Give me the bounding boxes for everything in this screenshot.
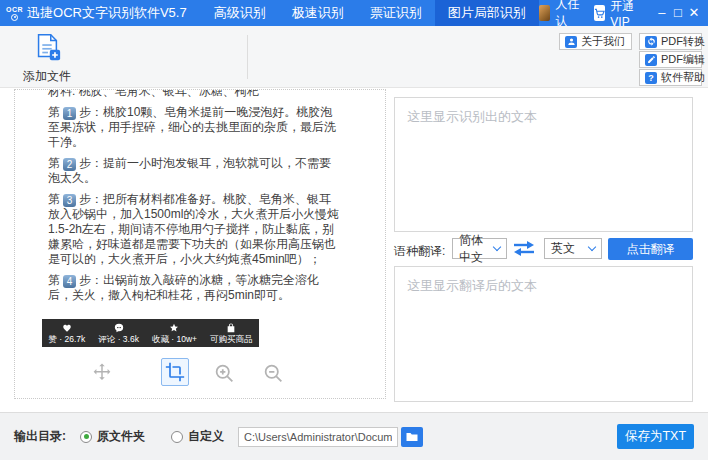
about-us-label: 关于我们 <box>581 34 625 49</box>
star-icon <box>169 323 179 333</box>
target-language-value: 英文 <box>551 240 575 257</box>
add-file-button[interactable]: 添加文件 <box>16 32 78 85</box>
toolbar-divider <box>247 35 248 79</box>
pencil-icon <box>645 54 657 66</box>
stat-goods: 可购买商品 <box>210 323 253 344</box>
zoom-out-tool-button[interactable] <box>262 362 284 384</box>
folder-icon <box>406 432 418 442</box>
doc-step-3: 第3步：把所有材料都准备好。桃胶、皂角米、银耳放入砂锅中，加入1500ml的冷水… <box>48 192 342 267</box>
source-language-select[interactable]: 简体中文 <box>452 238 507 259</box>
add-file-label: 添加文件 <box>16 68 78 85</box>
add-file-icon <box>32 32 62 62</box>
stat-comments: 评论 · 3.6k <box>98 323 139 344</box>
doc-step-1: 第1步：桃胶10颗、皂角米提前一晚浸泡好。桃胶泡至果冻状，用手捏碎，细心的去挑里… <box>48 105 342 150</box>
crop-tool-button[interactable] <box>161 358 189 386</box>
document-preview-text: 材料: 桃胶、皂角米、银耳、冰糖、枸杞 第1步：桃胶10颗、皂角米提前一晚浸泡好… <box>48 89 342 309</box>
pdf-convert-label: PDF转换 <box>661 34 705 49</box>
about-us-button[interactable]: 关于我们 <box>559 33 632 50</box>
logo-text: OCR <box>6 6 23 13</box>
stat-favorites: 收藏 · 10w+ <box>152 323 197 344</box>
zoom-out-icon <box>263 363 284 384</box>
titlebar: OCR 迅捷OCR文字识别软件V5.7 高级识别 极速识别 票证识别 图片局部识… <box>0 0 708 26</box>
chevron-down-icon <box>493 243 501 251</box>
output-path-input[interactable] <box>238 427 398 447</box>
chevron-down-icon <box>588 243 596 251</box>
minimize-button[interactable]: – <box>654 0 670 26</box>
app-logo-icon: OCR <box>6 6 23 21</box>
tab-bar: 高级识别 极速识别 票证识别 图片局部识别 <box>201 0 539 26</box>
tab-fast-ocr[interactable]: 极速识别 <box>279 0 357 26</box>
radio-custom-folder[interactable] <box>171 431 183 443</box>
help-label: 软件帮助 <box>661 70 705 85</box>
comment-icon <box>114 323 124 333</box>
radio-original-folder-label[interactable]: 原文件夹 <box>97 428 145 445</box>
step-1-badge: 1 <box>63 107 76 120</box>
language-translate-label: 语种翻译: <box>394 243 445 260</box>
user-icon <box>565 36 577 48</box>
avatar[interactable] <box>539 5 551 21</box>
crop-icon <box>165 362 185 382</box>
step-2-badge: 2 <box>63 158 76 171</box>
zoom-in-tool-button[interactable] <box>213 362 235 384</box>
help-button[interactable]: ? 软件帮助 <box>639 69 702 86</box>
step-3-badge: 3 <box>63 194 76 207</box>
doc-ingredients-line: 材料: 桃胶、皂角米、银耳、冰糖、枸杞 <box>48 89 342 99</box>
question-icon: ? <box>645 72 657 84</box>
step-4-badge: 4 <box>63 275 76 288</box>
cart-icon[interactable] <box>594 5 606 21</box>
swap-icon <box>512 241 536 256</box>
zoom-in-icon <box>214 363 235 384</box>
tab-advanced-ocr[interactable]: 高级识别 <box>201 0 279 26</box>
pdf-edit-label: PDF编辑 <box>661 52 705 67</box>
translated-text-area[interactable] <box>394 266 693 402</box>
recognized-text-area[interactable] <box>394 97 693 232</box>
document-viewer[interactable]: 材料: 桃胶、皂角米、银耳、冰糖、枸杞 第1步：桃胶10颗、皂角米提前一晚浸泡好… <box>14 89 386 399</box>
output-directory-bar: 输出目录: 原文件夹 自定义 保存为TXT <box>0 412 708 460</box>
heart-icon <box>62 323 72 333</box>
source-language-value: 简体中文 <box>459 232 490 266</box>
pdf-edit-button[interactable]: PDF编辑 <box>639 51 702 68</box>
target-language-select[interactable]: 英文 <box>544 238 602 259</box>
pan-tool-button[interactable] <box>91 362 113 384</box>
pdf-convert-button[interactable]: PDF转换 <box>639 33 702 50</box>
app-title: 迅捷OCR文字识别软件V5.7 <box>27 4 187 22</box>
doc-step-4: 第4步：出锅前放入敲碎的冰糖，等冰糖完全溶化后，关火，撒入枸杞和桂花，再闷5mi… <box>48 273 342 303</box>
lens-icon <box>11 14 18 21</box>
radio-custom-folder-label[interactable]: 自定义 <box>188 428 224 445</box>
social-stats-bar: 赞 · 26.7k 评论 · 3.6k 收藏 · 10w+ 可购买商品 <box>42 319 259 347</box>
sync-icon <box>645 36 657 48</box>
move-icon <box>91 362 113 384</box>
doc-step-2: 第2步：提前一小时泡发银耳，泡软就可以，不需要泡太久。 <box>48 156 342 186</box>
browse-folder-button[interactable] <box>401 427 423 447</box>
stat-likes: 赞 · 26.7k <box>48 323 85 344</box>
swap-languages-button[interactable] <box>512 241 536 260</box>
bag-icon <box>226 323 236 333</box>
save-as-txt-button[interactable]: 保存为TXT <box>617 424 694 449</box>
maximize-button[interactable]: □ <box>670 0 686 26</box>
toolbar: 添加文件 关于我们 PDF转换 PDF编辑 ? 软件帮助 <box>0 26 708 88</box>
open-vip-label[interactable]: 开通VIP <box>610 0 642 29</box>
close-button[interactable]: ✕ <box>686 0 702 26</box>
tab-image-partial-ocr[interactable]: 图片局部识别 <box>435 0 539 26</box>
output-directory-label: 输出目录: <box>14 428 66 445</box>
translate-button[interactable]: 点击翻译 <box>608 238 693 260</box>
tab-ticket-ocr[interactable]: 票证识别 <box>357 0 435 26</box>
radio-original-folder[interactable] <box>80 431 92 443</box>
